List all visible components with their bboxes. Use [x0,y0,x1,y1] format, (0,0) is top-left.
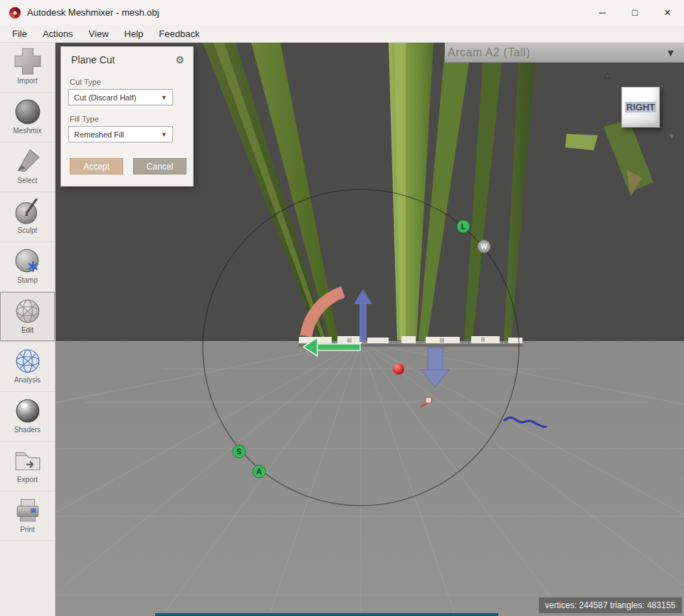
cancel-button[interactable]: Cancel [133,158,186,174]
menu-feedback[interactable]: Feedback [151,26,207,41]
sidebar-item-select[interactable]: Select [0,142,55,192]
sidebar-item-meshmix[interactable]: Meshmix [0,93,55,142]
window-controls: ─ □ × [586,0,684,25]
sidebar-item-sculpt[interactable]: Sculpt [0,192,55,242]
meshmixer-logo-icon [9,6,21,19]
menubar: File Actions View Help Feedback [0,25,684,43]
gizmo-handle-s[interactable]: S [233,445,246,458]
accept-button[interactable]: Accept [70,158,123,174]
chevron-down-icon: ▼ [161,131,167,138]
export-icon [13,445,43,475]
close-button[interactable]: × [651,0,684,25]
chevron-down-icon: ▼ [161,94,167,101]
sidebar-item-analysis[interactable]: Analysis [0,342,55,392]
viewport[interactable]: L W S A Arcam A2 (Tall) ▼ [56,43,684,616]
sidebar-item-shaders[interactable]: Shaders [0,392,55,442]
menu-view[interactable]: View [81,26,117,41]
fill-type-dropdown[interactable]: Remeshed Fill ▼ [68,126,173,142]
analysis-icon [13,345,43,375]
chevron-down-icon: ▼ [665,47,675,58]
cut-type-value: Cut (Discard Half) [74,93,136,102]
menu-file[interactable]: File [4,26,35,41]
printer-value: Arcam A2 (Tall) [448,46,530,59]
titlebar: Autodesk Meshmixer - mesh.obj ─ □ × [0,0,684,25]
handle-letter: W [480,243,488,251]
cut-type-label: Cut Type [70,78,193,86]
toolbar-sidebar: Import Meshmix Select [0,43,56,616]
sidebar-item-edit[interactable]: Edit [0,292,55,342]
mesh-stats: vertices: 244587 triangles: 483155 [539,597,682,613]
fill-type-value: Remeshed Fill [74,130,124,139]
edit-icon [13,296,43,325]
minimize-button[interactable]: ─ [586,0,619,25]
meshmix-icon [13,96,43,126]
gear-icon[interactable]: ⚙ [175,54,184,66]
view-cube-menu-icon[interactable]: ▼ [668,132,675,140]
sculpt-icon [13,196,43,226]
printer-dropdown[interactable]: Arcam A2 (Tall) ▼ [445,43,684,63]
sidebar-item-stamp[interactable]: Stamp [0,242,55,292]
main-area: Import Meshmix Select [0,43,684,616]
gizmo-handle-l[interactable]: L [457,220,470,233]
sidebar-item-import[interactable]: Import [0,43,55,93]
fill-type-label: Fill Type [70,115,193,123]
shaders-icon [13,395,43,425]
ground-plane [56,340,684,616]
cut-type-dropdown[interactable]: Cut (Discard Half) ▼ [68,89,173,105]
gizmo-handle-w[interactable]: W [478,240,490,253]
maximize-button[interactable]: □ [619,0,651,25]
sidebar-item-print[interactable]: Print [0,491,55,541]
gizmo-handle-a[interactable]: A [253,465,265,478]
handle-letter: S [236,447,241,456]
window-title: Autodesk Meshmixer - mesh.obj [27,7,586,18]
panel-title: Plane Cut [71,54,115,66]
home-icon[interactable]: ⌂ [604,68,611,83]
sidebar-label: Meshmix [0,127,55,135]
view-cube-face-label: RIGHT [625,102,656,113]
sidebar-label: Print [0,526,55,533]
stamp-icon [13,246,43,276]
sidebar-label: Shaders [0,426,55,434]
select-icon [13,146,43,176]
print-icon [13,495,43,525]
sidebar-label: Select [0,177,55,184]
panel-buttons: Accept Cancel [70,158,193,174]
gizmo-pivot-sphere[interactable] [393,363,404,375]
import-icon [13,46,43,76]
menu-actions[interactable]: Actions [35,26,81,41]
sidebar-label: Edit [0,326,55,334]
sidebar-item-export[interactable]: Export [0,442,55,491]
bottom-accent-bar [155,613,498,616]
sidebar-label: Sculpt [0,226,55,234]
menu-help[interactable]: Help [117,26,152,41]
sidebar-label: Export [0,476,55,484]
view-cube[interactable]: RIGHT [621,87,660,127]
sidebar-label: Import [0,77,55,85]
plane-cut-panel: Plane Cut ⚙ Cut Type Cut (Discard Half) … [60,46,194,187]
handle-letter: L [461,222,466,231]
handle-letter: A [256,467,262,476]
sidebar-label: Analysis [0,376,55,384]
panel-header: Plane Cut ⚙ [61,47,193,68]
sidebar-label: Stamp [0,276,55,284]
